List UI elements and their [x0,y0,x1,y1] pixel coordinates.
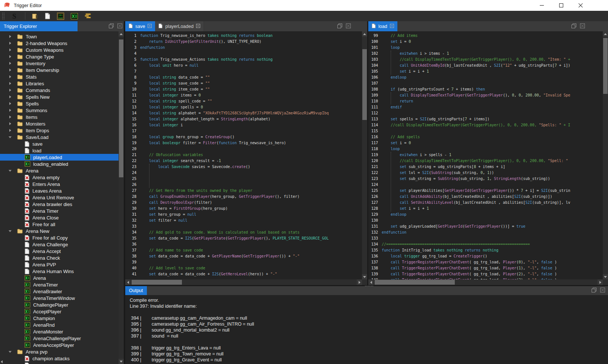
expand-arrow-icon[interactable] [7,55,13,58]
tree-item-arena-empty[interactable]: Arena empty [0,174,119,181]
close-button[interactable] [571,0,590,11]
tree-item-arena-challenge[interactable]: Arena Challenge [0,241,119,248]
tree-scroll-down[interactable] [119,359,124,364]
expand-arrow-icon[interactable] [7,35,13,38]
expand-arrow-icon[interactable] [7,95,13,98]
trigger-tree[interactable]: Town2-handed WeaponsCustom WeaponsChange… [0,31,119,364]
load-vscrollbar[interactable] [603,31,608,279]
expand-arrow-icon[interactable] [7,69,13,72]
tab-close-icon[interactable] [196,24,200,29]
toolbar-grip[interactable] [2,12,5,20]
tree-item-arenaacceptplayer[interactable]: ArenaAcceptPlayer [0,342,119,348]
load-hscrollbar[interactable] [368,279,603,285]
tree-item-arena-new[interactable]: Arena New [0,228,119,234]
tree-item-arena-timer[interactable]: Arena Timer [0,208,119,214]
output-restore-icon[interactable] [592,287,596,294]
scroll-icon[interactable]: S [11,12,20,20]
collapse-arrow-icon[interactable] [7,170,13,172]
expand-arrow-icon[interactable] [7,42,13,45]
tree-item-leaves-arena[interactable]: Leaves Arena [0,187,119,194]
script-icon[interactable] [71,13,78,19]
load-hscroll-thumb[interactable] [375,280,455,285]
output-log[interactable]: Compile error.Line 397: Invalid identifi… [130,297,604,364]
tree-item-commands[interactable]: Commands [0,87,119,94]
load-editor-restore-icon[interactable] [571,23,576,30]
tree-item-arena-pvp[interactable]: Arena pvp [0,348,119,355]
expand-arrow-icon[interactable] [7,48,13,51]
tree-item-custom-weapons[interactable]: Custom Weapons [0,47,119,53]
text-lines-icon[interactable] [85,13,92,19]
load-scroll-left[interactable] [368,279,374,285]
save-hscrollbar[interactable] [125,279,362,285]
explorer-restore-icon[interactable] [109,23,114,30]
tree-item-playerloaded[interactable]: playerLoaded [0,154,119,161]
save-code-area[interactable]: 1function Trig_newsave_is_hero takes not… [125,31,362,279]
tree-item-arena[interactable]: Arena [0,167,119,174]
save-scroll-left[interactable] [125,279,130,285]
expand-arrow-icon[interactable] [7,109,13,112]
tree-item-arenatimerwindow[interactable]: ArenaTimerWindow [0,295,119,301]
tab-load[interactable]: load [368,21,397,31]
tree-item-champion[interactable]: Champion [0,315,119,322]
new-trigger-icon[interactable] [45,13,50,19]
expand-arrow-icon[interactable] [7,122,13,125]
tree-item-arena-accept[interactable]: Arena Accept [0,248,119,254]
tree-item-2-handed-weapons[interactable]: 2-handed Weapons [0,40,119,47]
tree-scroll-thumb[interactable] [119,39,123,177]
tree-item-arena-pvp[interactable]: Arena PVP [0,261,119,268]
tab-close-icon[interactable] [148,24,152,29]
tree-item-change-type[interactable]: Change Type [0,53,119,60]
tree-item-arenatimer[interactable]: ArenaTimer [0,281,119,288]
collapse-arrow-icon[interactable] [7,136,13,138]
tree-item-loading-enabled[interactable]: loading_enabled [0,161,119,167]
new-category-icon[interactable] [32,13,38,19]
tree-scroll-up[interactable] [119,31,124,37]
tree-item-summons[interactable]: Summons [0,107,119,114]
explorer-close-icon[interactable] [117,23,122,30]
tab-playerloaded[interactable]: playerLoaded [155,21,204,31]
tree-item-save-load[interactable]: Save/Load [0,134,119,140]
binary-icon[interactable]: 101010 [57,13,64,20]
collapse-arrow-icon[interactable] [7,351,13,353]
expand-arrow-icon[interactable] [7,129,13,132]
tree-item-save[interactable]: save [0,140,119,147]
tab-close-icon[interactable] [390,24,394,29]
tree-item-libraries[interactable]: Libraries [0,80,119,87]
minimize-button[interactable] [532,0,551,11]
tree-item-spells-new[interactable]: Spells New [0,94,119,100]
expand-arrow-icon[interactable] [7,62,13,65]
tree-item-arena-close[interactable]: Arena Close [0,214,119,221]
tree-item-champion-attacks[interactable]: champion attacks [0,355,119,362]
tree-item-items[interactable]: Items [0,114,119,120]
save-editor-restore-icon[interactable] [337,23,342,30]
tree-item-arena-human-wins[interactable]: Arena Human Wins [0,268,119,275]
tree-item-free-for-all[interactable]: Free for all [0,221,119,228]
expand-arrow-icon[interactable] [7,82,13,85]
load-scroll-up[interactable] [603,31,608,37]
tree-item-inventory[interactable]: Inventory [0,60,119,67]
save-vscroll-thumb[interactable] [362,49,367,120]
tab-save[interactable]: save [125,21,155,31]
save-vscrollbar[interactable] [362,31,367,279]
tree-item-monsters[interactable]: Monsters [0,120,119,127]
tree-item-item-drops[interactable]: Item Drops [0,127,119,134]
tree-item-acceptplayer[interactable]: AcceptPlayer [0,308,119,315]
expand-arrow-icon[interactable] [7,89,13,92]
expand-arrow-icon[interactable] [7,115,13,118]
tree-item-item[interactable] [0,362,119,364]
tree-item-town[interactable]: Town [0,33,119,40]
load-vscroll-thumb[interactable] [603,38,608,94]
collapse-arrow-icon[interactable] [7,230,13,232]
tree-item-free-for-all-copy[interactable]: Free for all Copy [0,234,119,241]
tree-item-enters-arena[interactable]: Enters Arena [0,181,119,187]
tree-item-arena[interactable]: Arena [0,275,119,281]
tree-item-load[interactable]: load [0,147,119,154]
tree-item-arenamonster[interactable]: ArenaMonster [0,328,119,335]
save-scroll-right[interactable] [357,279,362,285]
explorer-title-tab[interactable]: Trigger Explorer [0,21,78,31]
tree-item-arenachallengeplayer[interactable]: ArenaChallengePlayer [0,335,119,342]
tree-item-arena-unit-remove[interactable]: Arena Unit Remove [0,194,119,201]
tree-item-arenabrawler[interactable]: ArenaBrawler [0,288,119,295]
tree-item-arena-brawler-dies[interactable]: Arena brawler dies [0,201,119,208]
tree-hscroll-left-arrow[interactable] [1,360,3,363]
